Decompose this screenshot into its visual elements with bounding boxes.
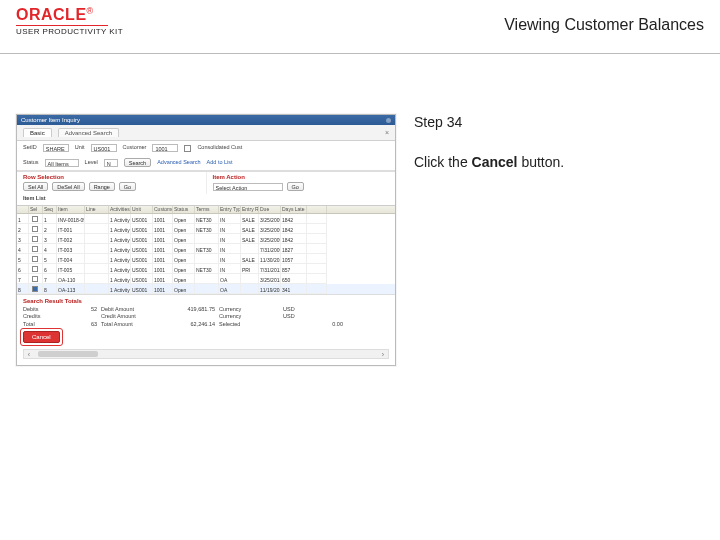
table-row[interactable]: 22IT-0011 ActivityUS0011001OpenNET30INSA… <box>17 224 395 234</box>
cell: 7/31/2012 <box>259 264 281 274</box>
t-r1-4: Currency <box>219 307 279 313</box>
highlight-box <box>20 328 63 346</box>
cell <box>195 284 219 294</box>
table-row[interactable]: 44IT-0031 ActivityUS0011001OpenNET30IN7/… <box>17 244 395 254</box>
row-select[interactable] <box>29 234 43 244</box>
fld-customer[interactable]: 1001 <box>152 144 178 152</box>
gh-pad <box>307 206 327 213</box>
cell: US001 <box>131 244 153 254</box>
fld-level[interactable]: N <box>104 159 118 167</box>
cell: 650 <box>281 274 307 284</box>
cell: SALE <box>241 254 259 264</box>
search-tabs: Basic Advanced Search × <box>17 125 395 141</box>
item-action-title: Item Action <box>207 172 396 182</box>
table-row[interactable]: 33IT-0021 ActivityUS0011001OpenINSALE3/2… <box>17 234 395 244</box>
chk-consolidated[interactable] <box>184 145 191 152</box>
horizontal-scrollbar[interactable]: ‹ › <box>23 349 389 359</box>
cell: 4 <box>43 244 57 254</box>
cell: 1 <box>43 214 57 224</box>
cell: IT-003 <box>57 244 85 254</box>
oracle-divider <box>16 25 108 26</box>
cell: Open <box>173 274 195 284</box>
cell-pad <box>307 274 327 284</box>
cell: 1 Activity <box>109 264 131 274</box>
cell: 1 Activity <box>109 234 131 244</box>
cell: Open <box>173 214 195 224</box>
totals-title: Search Result Totals <box>17 294 395 305</box>
t-r1-2: Debit Amount <box>101 307 161 313</box>
btn-go-action[interactable]: Go <box>287 182 304 191</box>
table-row[interactable]: 55IT-0041 ActivityUS0011001OpenINSALE11/… <box>17 254 395 264</box>
t-r3-3: 62,246.14 <box>165 322 215 328</box>
cell <box>85 234 109 244</box>
cell-pad <box>307 254 327 264</box>
row-num: 7 <box>17 274 29 284</box>
cell: 11/30/2011 <box>259 254 281 264</box>
fld-status[interactable]: All Items <box>45 159 79 167</box>
item-action-select[interactable]: Select Action <box>213 183 283 191</box>
cell: IT-001 <box>57 224 85 234</box>
table-row[interactable]: 77OA-1101 ActivityUS0011001OpenOA3/25/20… <box>17 274 395 284</box>
window-titlebar: Customer Item Inquiry <box>17 115 395 125</box>
cell <box>241 284 259 294</box>
row-selection-title: Row Selection <box>17 172 206 182</box>
t-r3-0: Total <box>23 322 73 328</box>
scroll-right-icon[interactable]: › <box>378 351 388 358</box>
oracle-wordmark: ORACLE <box>16 6 87 23</box>
cell: 341 <box>281 284 307 294</box>
cell: IT-005 <box>57 264 85 274</box>
cell: 1 Activity <box>109 254 131 264</box>
scroll-thumb[interactable] <box>38 351 98 357</box>
row-select[interactable] <box>29 264 43 274</box>
cell: 3/25/2009 <box>259 224 281 234</box>
cell: OA-110 <box>57 274 85 284</box>
tab-advanced[interactable]: Advanced Search <box>58 128 119 137</box>
advanced-search-link[interactable]: Advanced Search <box>157 160 200 166</box>
btn-range[interactable]: Range <box>89 182 115 191</box>
close-icon[interactable]: × <box>385 129 389 136</box>
search-button[interactable]: Search <box>124 158 151 167</box>
cell: 1842 <box>281 234 307 244</box>
cell: 1001 <box>153 284 173 294</box>
row-select[interactable] <box>29 254 43 264</box>
table-row[interactable]: 66IT-0051 ActivityUS0011001OpenNET30INPR… <box>17 264 395 274</box>
t-r2-5: USD <box>283 314 343 320</box>
row-num: 5 <box>17 254 29 264</box>
row-select[interactable] <box>29 214 43 224</box>
btn-select-all[interactable]: Sel All <box>23 182 48 191</box>
row-select[interactable] <box>29 224 43 234</box>
cell: SALE <box>241 224 259 234</box>
cell: OA-113 <box>57 284 85 294</box>
tab-basic[interactable]: Basic <box>23 128 52 137</box>
cell: IN <box>219 234 241 244</box>
cell-pad <box>307 284 327 294</box>
table-row[interactable]: 88OA-1131 ActivityUS0011001OpenOA11/19/2… <box>17 284 395 294</box>
row-select[interactable] <box>29 274 43 284</box>
t-r1-1: 52 <box>77 307 97 313</box>
btn-deselect-all[interactable]: DeSel All <box>52 182 84 191</box>
cell: 1001 <box>153 254 173 264</box>
fld-setid[interactable]: SHARE <box>43 144 69 152</box>
grid-header-row: Sel Seq Item Line Activities Unit Custom… <box>17 206 395 214</box>
cell: IN <box>219 264 241 274</box>
gh-line: Line <box>85 206 109 213</box>
cell: 2 <box>43 224 57 234</box>
gh-dayslate: Days Late <box>281 206 307 213</box>
cell: SALE <box>241 234 259 244</box>
add-to-list-link[interactable]: Add to List <box>207 160 233 166</box>
cell: 3/25/2013 <box>259 274 281 284</box>
btn-go-range[interactable]: Go <box>119 182 136 191</box>
cell: 3/25/2009 <box>259 234 281 244</box>
row-select[interactable] <box>29 244 43 254</box>
gh-terms: Terms <box>195 206 219 213</box>
cell <box>85 224 109 234</box>
scroll-left-icon[interactable]: ‹ <box>24 351 34 358</box>
item-list-label: Item List <box>23 196 46 202</box>
table-row[interactable]: 11INV-0018-09-21 ActivityUS0011001OpenNE… <box>17 214 395 224</box>
row-select[interactable] <box>29 284 43 294</box>
fld-unit[interactable]: US001 <box>91 144 117 152</box>
cell-pad <box>307 224 327 234</box>
row-num: 4 <box>17 244 29 254</box>
cell: US001 <box>131 254 153 264</box>
t-r2-4: Currency <box>219 314 279 320</box>
